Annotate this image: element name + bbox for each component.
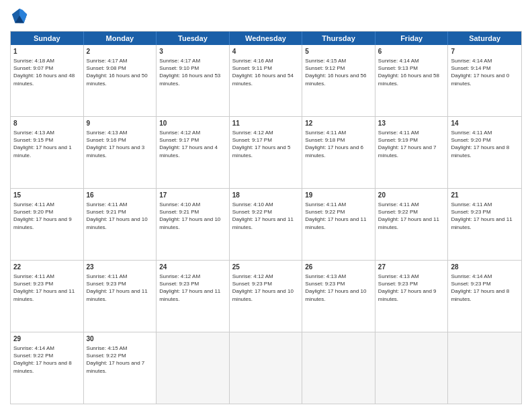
day-number: 17 bbox=[159, 191, 226, 200]
daylight-text: Daylight: 17 hours and 10 minutes. bbox=[305, 288, 366, 302]
sunrise-text: Sunrise: 4:13 AM bbox=[378, 273, 419, 279]
daylight-text: Daylight: 17 hours and 1 minute. bbox=[13, 144, 72, 158]
day-number: 12 bbox=[305, 119, 372, 128]
sunset-text: Sunset: 9:17 PM bbox=[232, 137, 272, 143]
daylight-text: Daylight: 17 hours and 6 minutes. bbox=[305, 144, 363, 158]
weekday-header-sunday: Sunday bbox=[11, 32, 84, 45]
sunrise-text: Sunrise: 4:11 AM bbox=[451, 130, 492, 136]
day-number: 18 bbox=[232, 191, 300, 200]
sunset-text: Sunset: 9:17 PM bbox=[159, 137, 199, 143]
sunset-text: Sunset: 9:21 PM bbox=[87, 209, 126, 215]
day-number: 3 bbox=[159, 47, 226, 56]
sunrise-text: Sunrise: 4:15 AM bbox=[305, 58, 346, 64]
daylight-text: Daylight: 17 hours and 8 minutes. bbox=[451, 144, 509, 158]
day-number: 30 bbox=[87, 334, 154, 344]
daylight-text: Daylight: 17 hours and 11 minutes. bbox=[13, 288, 75, 302]
logo bbox=[10, 7, 32, 26]
day-cell-30: 30Sunrise: 4:15 AMSunset: 9:22 PMDayligh… bbox=[84, 332, 157, 404]
sunrise-text: Sunrise: 4:16 AM bbox=[232, 58, 273, 64]
calendar-row-1: 1Sunrise: 4:18 AMSunset: 9:07 PMDaylight… bbox=[11, 45, 521, 117]
sunrise-text: Sunrise: 4:10 AM bbox=[232, 201, 273, 208]
day-number: 4 bbox=[232, 47, 300, 56]
logo-icon bbox=[10, 7, 29, 26]
calendar: SundayMondayTuesdayWednesdayThursdayFrid… bbox=[10, 31, 522, 404]
daylight-text: Daylight: 17 hours and 8 minutes. bbox=[13, 360, 72, 373]
sunset-text: Sunset: 9:23 PM bbox=[451, 209, 490, 215]
sunset-text: Sunset: 9:22 PM bbox=[13, 353, 53, 359]
day-number: 16 bbox=[87, 191, 154, 200]
daylight-text: Daylight: 17 hours and 9 minutes. bbox=[13, 216, 72, 230]
sunrise-text: Sunrise: 4:11 AM bbox=[305, 201, 346, 208]
sunrise-text: Sunrise: 4:12 AM bbox=[232, 130, 273, 136]
day-cell-15: 15Sunrise: 4:11 AMSunset: 9:20 PMDayligh… bbox=[11, 189, 84, 260]
day-number: 15 bbox=[13, 191, 81, 200]
weekday-header-wednesday: Wednesday bbox=[230, 32, 303, 45]
weekday-header-saturday: Saturday bbox=[448, 32, 521, 45]
daylight-text: Daylight: 17 hours and 10 minutes. bbox=[87, 216, 148, 230]
sunset-text: Sunset: 9:23 PM bbox=[378, 281, 418, 287]
sunset-text: Sunset: 9:23 PM bbox=[451, 281, 490, 287]
day-number: 14 bbox=[451, 119, 519, 128]
calendar-row-4: 22Sunrise: 4:11 AMSunset: 9:23 PMDayligh… bbox=[11, 261, 521, 332]
day-cell-23: 23Sunrise: 4:11 AMSunset: 9:23 PMDayligh… bbox=[84, 261, 157, 332]
sunset-text: Sunset: 9:15 PM bbox=[13, 137, 53, 143]
day-number: 7 bbox=[451, 47, 519, 56]
day-number: 8 bbox=[13, 119, 81, 128]
sunset-text: Sunset: 9:14 PM bbox=[451, 65, 490, 71]
day-number: 9 bbox=[87, 119, 154, 128]
day-cell-26: 26Sunrise: 4:13 AMSunset: 9:23 PMDayligh… bbox=[302, 261, 375, 332]
day-cell-19: 19Sunrise: 4:11 AMSunset: 9:22 PMDayligh… bbox=[302, 189, 375, 260]
sunrise-text: Sunrise: 4:18 AM bbox=[13, 58, 54, 64]
day-cell-20: 20Sunrise: 4:11 AMSunset: 9:22 PMDayligh… bbox=[375, 189, 449, 260]
sunset-text: Sunset: 9:23 PM bbox=[13, 281, 53, 287]
day-cell-11: 11Sunrise: 4:12 AMSunset: 9:17 PMDayligh… bbox=[230, 117, 303, 188]
sunrise-text: Sunrise: 4:13 AM bbox=[13, 130, 54, 136]
day-cell-22: 22Sunrise: 4:11 AMSunset: 9:23 PMDayligh… bbox=[11, 261, 84, 332]
day-cell-24: 24Sunrise: 4:12 AMSunset: 9:23 PMDayligh… bbox=[157, 261, 230, 332]
sunset-text: Sunset: 9:18 PM bbox=[305, 137, 345, 143]
calendar-row-3: 15Sunrise: 4:11 AMSunset: 9:20 PMDayligh… bbox=[11, 189, 521, 261]
day-number: 25 bbox=[232, 263, 300, 272]
weekday-header-friday: Friday bbox=[375, 32, 449, 45]
day-cell-12: 12Sunrise: 4:11 AMSunset: 9:18 PMDayligh… bbox=[302, 117, 375, 188]
day-cell-29: 29Sunrise: 4:14 AMSunset: 9:22 PMDayligh… bbox=[11, 332, 84, 404]
calendar-body: 1Sunrise: 4:18 AMSunset: 9:07 PMDaylight… bbox=[11, 45, 521, 404]
sunrise-text: Sunrise: 4:14 AM bbox=[451, 273, 492, 279]
day-cell-13: 13Sunrise: 4:11 AMSunset: 9:19 PMDayligh… bbox=[375, 117, 449, 188]
day-number: 2 bbox=[87, 47, 154, 56]
daylight-text: Daylight: 17 hours and 11 minutes. bbox=[232, 216, 294, 230]
day-number: 24 bbox=[159, 263, 226, 272]
day-cell-14: 14Sunrise: 4:11 AMSunset: 9:20 PMDayligh… bbox=[448, 117, 521, 188]
day-number: 5 bbox=[305, 47, 372, 56]
daylight-text: Daylight: 17 hours and 7 minutes. bbox=[378, 144, 437, 158]
sunset-text: Sunset: 9:22 PM bbox=[232, 209, 272, 215]
empty-cell bbox=[302, 332, 375, 404]
sunset-text: Sunset: 9:13 PM bbox=[378, 65, 418, 71]
sunset-text: Sunset: 9:12 PM bbox=[305, 65, 345, 71]
sunset-text: Sunset: 9:07 PM bbox=[13, 65, 53, 71]
sunrise-text: Sunrise: 4:14 AM bbox=[13, 345, 54, 351]
day-cell-18: 18Sunrise: 4:10 AMSunset: 9:22 PMDayligh… bbox=[230, 189, 303, 260]
daylight-text: Daylight: 16 hours and 54 minutes. bbox=[232, 73, 294, 86]
sunrise-text: Sunrise: 4:11 AM bbox=[87, 273, 128, 279]
sunrise-text: Sunrise: 4:11 AM bbox=[87, 201, 128, 208]
daylight-text: Daylight: 17 hours and 11 minutes. bbox=[451, 216, 512, 230]
daylight-text: Daylight: 17 hours and 7 minutes. bbox=[87, 360, 145, 373]
calendar-row-2: 8Sunrise: 4:13 AMSunset: 9:15 PMDaylight… bbox=[11, 117, 521, 189]
empty-cell bbox=[448, 332, 521, 404]
day-cell-4: 4Sunrise: 4:16 AMSunset: 9:11 PMDaylight… bbox=[230, 45, 303, 116]
day-cell-2: 2Sunrise: 4:17 AMSunset: 9:08 PMDaylight… bbox=[84, 45, 157, 116]
day-cell-27: 27Sunrise: 4:13 AMSunset: 9:23 PMDayligh… bbox=[375, 261, 449, 332]
day-number: 27 bbox=[378, 263, 445, 272]
day-number: 22 bbox=[13, 263, 81, 272]
daylight-text: Daylight: 16 hours and 53 minutes. bbox=[159, 73, 220, 86]
sunrise-text: Sunrise: 4:13 AM bbox=[305, 273, 346, 279]
sunset-text: Sunset: 9:23 PM bbox=[159, 281, 199, 287]
sunset-text: Sunset: 9:19 PM bbox=[378, 137, 418, 143]
day-cell-7: 7Sunrise: 4:14 AMSunset: 9:14 PMDaylight… bbox=[448, 45, 521, 116]
weekday-header-thursday: Thursday bbox=[302, 32, 375, 45]
sunset-text: Sunset: 9:11 PM bbox=[232, 65, 272, 71]
daylight-text: Daylight: 17 hours and 11 minutes. bbox=[87, 288, 148, 302]
day-cell-9: 9Sunrise: 4:13 AMSunset: 9:16 PMDaylight… bbox=[84, 117, 157, 188]
sunrise-text: Sunrise: 4:15 AM bbox=[87, 345, 128, 351]
